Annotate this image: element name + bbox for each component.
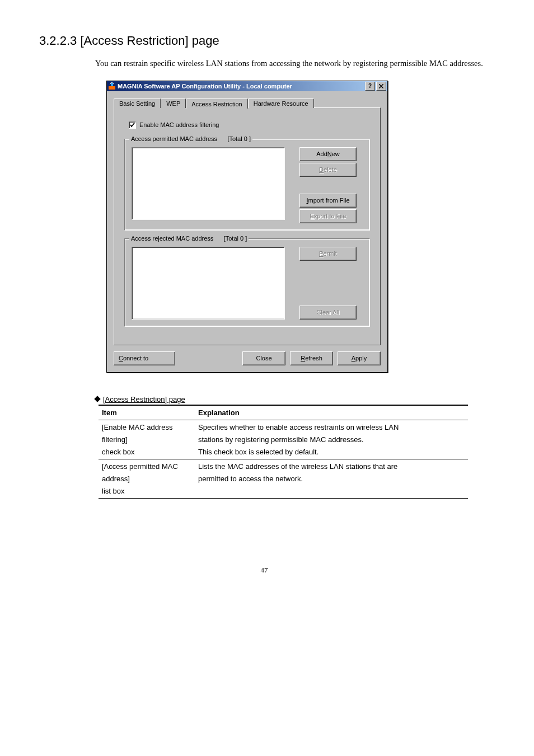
rejected-listbox[interactable] (132, 247, 285, 320)
delete-button: Delete (299, 163, 357, 177)
permitted-groupbox: Access permitted MAC address [Total 0 ] … (124, 139, 370, 231)
permitted-listbox[interactable] (132, 147, 285, 220)
table-row: check box This check box is selected by … (99, 445, 468, 459)
help-button[interactable]: ? (365, 82, 375, 91)
clear-all-button: Clear All (299, 306, 357, 320)
screenshot-container: MAGNIA Software AP Configuration Utility… (106, 81, 489, 373)
table-row: [Access permitted MAC Lists the MAC addr… (99, 459, 468, 472)
cell-item: [Enable MAC address (99, 420, 195, 433)
refresh-button[interactable]: Refresh (290, 351, 333, 365)
permit-button: Permit (299, 247, 357, 261)
window-title: MAGNIA Software AP Configuration Utility… (118, 83, 364, 90)
cell-explanation: Lists the MAC addresses of the wireless … (195, 459, 468, 472)
tab-wep[interactable]: WEP (161, 98, 186, 108)
enable-filtering-label: Enable MAC address filtering (139, 121, 219, 128)
bottom-button-row: Connect to Close Refresh Apply (114, 351, 381, 365)
tab-basic-setting[interactable]: Basic Setting (114, 98, 161, 108)
table-caption-row: [Access Restriction] page (95, 395, 489, 403)
explanation-table: Item Explanation [Enable MAC address Spe… (99, 405, 468, 499)
table-row: [Enable MAC address Specifies whether to… (99, 420, 468, 433)
close-button[interactable]: Close (242, 351, 285, 365)
th-explanation: Explanation (195, 405, 468, 420)
client-area: Basic Setting WEP Access Restriction Har… (107, 91, 387, 372)
cell-explanation: permitted to access the network. (195, 472, 468, 484)
app-icon (108, 82, 116, 90)
close-window-button[interactable] (376, 82, 386, 91)
rejected-groupbox: Access rejected MAC address [Total 0 ] P… (124, 238, 370, 327)
intro-text: You can restrain specific wireless LAN s… (95, 58, 489, 69)
diamond-bullet-icon (94, 396, 100, 402)
tab-access-restriction[interactable]: Access Restriction (186, 98, 247, 109)
page-number: 47 (39, 566, 489, 575)
add-new-button[interactable]: Add New (299, 147, 357, 161)
permitted-button-column: Add New Delete Import from File Export t… (299, 147, 357, 223)
tab-panel: Enable MAC address filtering Access perm… (114, 107, 381, 345)
export-to-file-button: Export to File (299, 209, 357, 223)
table-row: address] permitted to access the network… (99, 472, 468, 484)
import-from-file-button[interactable]: Import from File (299, 194, 357, 208)
cell-explanation: Specifies whether to enable access restr… (195, 420, 468, 433)
titlebar: MAGNIA Software AP Configuration Utility… (107, 81, 387, 91)
svg-rect-0 (109, 86, 115, 90)
rejected-legend: Access rejected MAC address [Total 0 ] (129, 235, 249, 242)
table-row: filtering] stations by registering permi… (99, 433, 468, 445)
rejected-button-column: Permit Clear All (299, 247, 357, 320)
cell-explanation: This check box is selected by default. (195, 445, 468, 459)
tab-strip: Basic Setting WEP Access Restriction Har… (114, 97, 381, 108)
cell-item: list box (99, 484, 195, 499)
cell-item: filtering] (99, 433, 195, 445)
section-heading: 3.2.2.3 [Access Restriction] page (39, 34, 489, 48)
permitted-legend: Access permitted MAC address [Total 0 ] (129, 135, 252, 142)
tab-hardware-resource[interactable]: Hardware Resource (248, 98, 314, 108)
table-row: list box (99, 484, 468, 499)
enable-filtering-checkbox[interactable] (129, 121, 136, 129)
cell-item: [Access permitted MAC (99, 459, 195, 472)
cell-explanation: stations by registering permissible MAC … (195, 433, 468, 445)
table-caption: [Access Restriction] page (103, 395, 185, 403)
cell-item: check box (99, 445, 195, 459)
apply-button[interactable]: Apply (338, 351, 381, 365)
cell-explanation (195, 484, 468, 499)
cell-item: address] (99, 472, 195, 484)
enable-filtering-row: Enable MAC address filtering (129, 121, 370, 129)
app-window: MAGNIA Software AP Configuration Utility… (106, 81, 388, 373)
connect-to-button[interactable]: Connect to (114, 351, 175, 365)
th-item: Item (99, 405, 195, 420)
